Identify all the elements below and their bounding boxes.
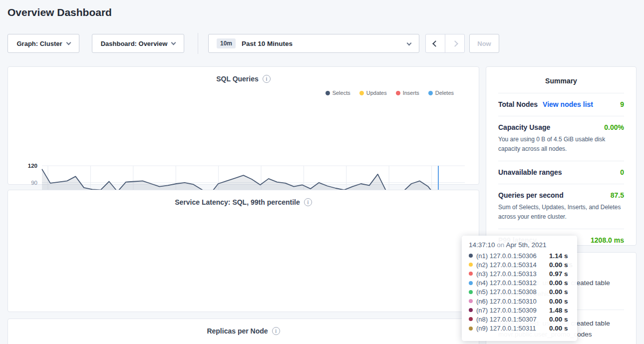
node-color-dot: [469, 281, 473, 285]
node-color-dot: [469, 308, 473, 312]
node-latency-value: 1.48 s: [549, 307, 568, 314]
tooltip-node-row: (n9) 127.0.0.1:50311 0.00 s: [469, 324, 570, 333]
node-latency-value: 0.00 s: [549, 288, 568, 296]
summary-row-qps: Queries per second 87.5 Sum of Selects, …: [498, 184, 624, 229]
node-address: (n9) 127.0.0.1:50311: [476, 325, 549, 332]
sql-queries-chart-card: SQL Queries i Selects Updates Inserts De…: [7, 66, 479, 185]
capacity-usage-desc: You are using 0 B of 4.5 GiB usable disk…: [498, 135, 624, 153]
node-latency-value: 0.00 s: [549, 325, 568, 332]
qps-desc: Sum of Selects, Updates, Inserts, and De…: [498, 203, 624, 221]
service-latency-title: Service Latency: SQL, 99th percentile: [175, 198, 300, 206]
legend-item-selects[interactable]: Selects: [325, 90, 350, 96]
capacity-usage-value: 0.00%: [604, 123, 624, 131]
controls-divider: [198, 33, 198, 54]
tooltip-node-row: (n3) 127.0.0.1:50313 0.97 s: [469, 269, 570, 278]
tooltip-node-row: (n2) 127.0.0.1:50314 0.00 s: [469, 260, 570, 269]
time-back-button[interactable]: [426, 34, 445, 52]
node-address: (n1) 127.0.0.1:50306: [476, 252, 549, 260]
chevron-down-icon: [407, 41, 412, 46]
replicas-per-node-chart-card: Replicas per Node i: [7, 319, 479, 344]
capacity-usage-label: Capacity Usage: [498, 123, 550, 131]
svg-text:90: 90: [31, 180, 37, 186]
now-button[interactable]: Now: [469, 34, 499, 53]
tooltip-node-row: (n8) 127.0.0.1:50307 0.00 s: [469, 315, 570, 324]
node-latency-value: 1.14 s: [549, 252, 568, 260]
legend-item-deletes[interactable]: Deletes: [428, 90, 454, 96]
overview-dashboard-page: Overview Dashboard Graph: Cluster Dashbo…: [0, 0, 644, 344]
summary-row-total-nodes: Total Nodes View nodes list 9: [498, 93, 624, 116]
chart-title-row: Replicas per Node i: [8, 327, 479, 335]
node-address: (n7) 127.0.0.1:50309: [476, 307, 549, 314]
unavailable-ranges-value: 0: [620, 168, 624, 176]
legend-dot-icon: [396, 91, 400, 95]
summary-row-capacity: Capacity Usage 0.00% You are using 0 B o…: [498, 116, 624, 161]
graph-scope-dropdown[interactable]: Graph: Cluster: [7, 34, 79, 53]
tooltip-node-row: (n6) 127.0.0.1:50310 0.00 s: [469, 297, 570, 306]
time-range-dropdown[interactable]: 10m Past 10 Minutes: [208, 34, 419, 53]
tooltip-node-row: (n5) 127.0.0.1:50308 0.00 s: [469, 288, 570, 297]
dashboard-dropdown[interactable]: Dashboard: Overview: [92, 34, 184, 53]
summary-row-unavailable-ranges: Unavailable ranges 0: [498, 161, 624, 184]
service-latency-chart-card: Service Latency: SQL, 99th percentile i …: [7, 190, 479, 312]
node-color-dot: [469, 272, 473, 276]
node-address: (n2) 127.0.0.1:50314: [476, 261, 549, 269]
legend-item-updates[interactable]: Updates: [359, 90, 387, 96]
time-range-badge: 10m: [217, 38, 236, 48]
info-icon[interactable]: i: [304, 198, 312, 206]
chart-title-row: SQL Queries i: [8, 75, 479, 83]
replicas-per-node-title: Replicas per Node: [207, 327, 268, 335]
svg-text:120: 120: [28, 163, 37, 169]
legend-dot-icon: [359, 91, 364, 95]
legend-item-inserts[interactable]: Inserts: [396, 90, 419, 96]
node-color-dot: [469, 290, 473, 294]
node-color-dot: [469, 327, 473, 331]
qps-label: Queries per second: [498, 191, 564, 199]
tooltip-node-row: (n1) 127.0.0.1:50306 1.14 s: [469, 251, 570, 260]
sql-queries-title: SQL Queries: [216, 75, 259, 83]
node-color-dot: [469, 254, 473, 258]
node-address: (n3) 127.0.0.1:50313: [476, 270, 549, 278]
time-range-label: Past 10 Minutes: [242, 40, 293, 47]
node-color-dot: [469, 263, 473, 267]
node-address: (n5) 127.0.0.1:50308: [476, 288, 549, 296]
info-icon[interactable]: i: [272, 327, 280, 335]
total-nodes-value: 9: [620, 100, 624, 108]
node-color-dot: [469, 299, 473, 303]
sql-queries-legend: Selects Updates Inserts Deletes: [325, 90, 454, 96]
legend-dot-icon: [428, 91, 433, 95]
node-address: (n8) 127.0.0.1:50307: [476, 316, 549, 323]
view-nodes-list-link[interactable]: View nodes list: [543, 100, 593, 108]
p99-latency-value: 1208.0 ms: [591, 236, 624, 244]
node-latency-value: 0.00 s: [549, 261, 568, 269]
graph-scope-label: Graph: Cluster: [16, 40, 62, 47]
time-step-buttons: [425, 34, 465, 53]
node-color-dot: [469, 317, 473, 321]
tooltip-node-row: (n7) 127.0.0.1:50309 1.48 s: [469, 306, 570, 315]
node-latency-value: 0.00 s: [549, 279, 568, 287]
node-latency-value: 0.97 s: [549, 270, 568, 278]
tooltip-node-row: (n4) 127.0.0.1:50312 0.00 s: [469, 279, 570, 288]
chart-title-row: Service Latency: SQL, 99th percentile i: [8, 198, 479, 206]
summary-panel: Summary Total Nodes View nodes list 9 Ca…: [486, 66, 637, 246]
node-latency-value: 0.00 s: [549, 316, 568, 323]
chevron-left-icon: [432, 40, 439, 47]
total-nodes-label: Total Nodes: [498, 100, 538, 108]
page-title: Overview Dashboard: [7, 6, 112, 18]
tooltip-node-rows: (n1) 127.0.0.1:50306 1.14 s (n2) 127.0.0…: [469, 251, 570, 333]
summary-title: Summary: [498, 77, 624, 85]
dashboard-label: Dashboard: Overview: [101, 40, 168, 47]
unavailable-ranges-label: Unavailable ranges: [498, 168, 562, 176]
legend-dot-icon: [325, 91, 330, 95]
time-forward-button[interactable]: [445, 34, 464, 52]
chart-hover-tooltip: 14:37:10 on Apr 5th, 2021 (n1) 127.0.0.1…: [462, 236, 577, 341]
node-latency-value: 0.00 s: [549, 298, 568, 305]
info-icon[interactable]: i: [263, 75, 271, 83]
node-address: (n6) 127.0.0.1:50310: [476, 298, 549, 305]
tooltip-timestamp: 14:37:10 on Apr 5th, 2021: [469, 241, 570, 249]
node-address: (n4) 127.0.0.1:50312: [476, 279, 549, 287]
chevron-right-icon: [452, 40, 458, 47]
qps-value: 87.5: [611, 191, 624, 199]
chevron-down-icon: [66, 40, 71, 45]
chevron-down-icon: [171, 40, 176, 45]
